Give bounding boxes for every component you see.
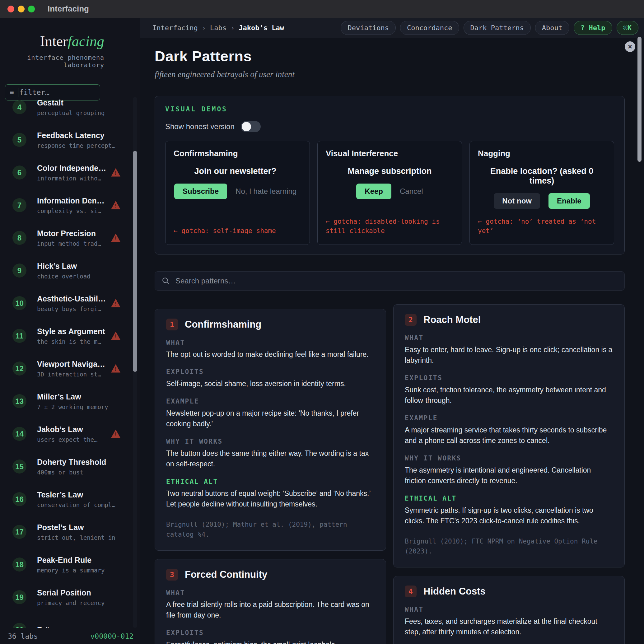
nav-button-deviations[interactable]: Deviations [341, 21, 395, 35]
sidebar-item-color-independe[interactable]: 6Color Independe…information witho… [0, 156, 140, 189]
sidebar-item-jakob-s-law[interactable]: 14Jakob’s Lawusers expect the… [0, 418, 140, 450]
filter-lines-icon: ≡ [10, 88, 14, 97]
search-input[interactable]: Search patterns… [155, 271, 625, 291]
sidebar-item-motor-precision[interactable]: 8Motor Precisioninput method trad… [0, 222, 140, 254]
demo-button-enable[interactable]: Enable [548, 193, 590, 209]
section-body: The asymmetry is intentional and enginee… [405, 465, 613, 486]
sidebar-item-pr-gnanz[interactable]: 20Prägnanz [0, 614, 140, 628]
demo-button-no-i-hate-learning[interactable]: No, I hate learning [236, 187, 296, 196]
lab-number-badge: 16 [12, 492, 26, 506]
pattern-number-badge: 4 [405, 586, 417, 597]
sidebar-item-doherty-threshold[interactable]: 15Doherty Threshold400ms or bust [0, 450, 140, 483]
lab-number-badge: 13 [12, 394, 26, 408]
sidebar-item-postel-s-law[interactable]: 17Postel’s Lawstrict out, lenient in [0, 516, 140, 548]
lab-number-badge: 8 [12, 231, 26, 245]
honest-version-toggle[interactable] [241, 121, 261, 132]
lab-texts: Motor Precisioninput method trad… [37, 229, 101, 247]
main-scrollbar-thumb[interactable] [637, 37, 642, 162]
pattern-title: Forced Continuity [185, 569, 267, 580]
lab-title: Miller’s Law [37, 392, 108, 401]
section-label-what: WHAT [166, 339, 375, 346]
traffic-light-close[interactable] [7, 6, 14, 12]
pattern-card-forced-continuity: 3Forced ContinuityWHATA free trial silen… [155, 559, 386, 644]
sidebar-scrollbar-thumb[interactable] [133, 151, 137, 372]
sidebar-item-aesthetic-usabil[interactable]: 10Aesthetic-Usabil…beauty buys forgi… [0, 287, 140, 320]
demo-button-keep[interactable]: Keep [356, 184, 391, 199]
lab-number-badge: 4 [12, 100, 26, 114]
sidebar-item-viewport-naviga[interactable]: 12Viewport Naviga…3D interaction st… [0, 352, 140, 385]
breadcrumb-item-labs[interactable]: Labs [210, 24, 226, 32]
nav-button-about[interactable]: About [535, 21, 569, 35]
pattern-card-confirmshaming: 1ConfirmshamingWHATThe opt-out is worded… [155, 309, 386, 551]
lab-number-badge: 5 [12, 133, 26, 147]
sidebar: Interfacing interface phenomena laborato… [0, 18, 140, 644]
breadcrumb-item-jakob-s-law: Jakob’s Law [239, 24, 284, 32]
pattern-card-header: 4Hidden Costs [405, 586, 613, 597]
window-title: Interfacing [48, 4, 89, 14]
section-body: Easy to enter, hard to leave. Sign-up is… [405, 344, 613, 366]
demo-card-nagging: NaggingEnable location? (asked 0 times)N… [469, 141, 614, 245]
lab-title: Serial Position [37, 588, 105, 597]
sidebar-item-hick-s-law[interactable]: 9Hick’s Lawchoice overload [0, 254, 140, 287]
lab-texts: Serial Positionprimacy and recency [37, 588, 105, 606]
section-label-example: EXAMPLE [166, 398, 375, 405]
lab-texts: Aesthetic-Usabil…beauty buys forgi… [37, 294, 106, 312]
nav-button-dark-patterns[interactable]: Dark Patterns [464, 21, 531, 35]
lab-number-badge: 7 [12, 198, 26, 212]
breadcrumb-item-interfacing[interactable]: Interfacing [152, 24, 198, 32]
sidebar-item-serial-position[interactable]: 19Serial Positionprimacy and recency [0, 581, 140, 614]
lab-subtitle: choice overload [37, 273, 91, 280]
nav-button-concordance[interactable]: Concordance [400, 21, 459, 35]
sidebar-item-miller-s-law[interactable]: 13Miller’s Law7 ± 2 working memory [0, 385, 140, 418]
pattern-number-badge: 3 [166, 569, 178, 581]
lab-number-badge: 11 [12, 329, 26, 343]
traffic-light-zoom[interactable] [28, 6, 35, 12]
lab-subtitle: conservation of compl… [37, 502, 115, 508]
nav-button-k[interactable]: ⌘K [617, 21, 639, 35]
gotcha-note: ← gotcha: disabled-looking is still clic… [326, 209, 454, 236]
lab-title: Style as Argument [37, 327, 105, 336]
section-body: Two neutral buttons of equal weight: ‘Su… [166, 488, 375, 510]
warning-icon [111, 332, 120, 340]
page-content: × Dark Patterns fifteen engineered betra… [140, 38, 644, 644]
honest-toggle-row: Show honest version [165, 121, 614, 132]
section-label-why-it-works: WHY IT WORKS [166, 438, 375, 445]
sidebar-item-style-as-argument[interactable]: 11Style as Argumentthe skin is the m… [0, 320, 140, 352]
top-nav: Interfacing›Labs›Jakob’s Law DeviationsC… [140, 18, 644, 38]
pattern-title: Hidden Costs [423, 586, 486, 597]
pattern-title: Roach Motel [423, 314, 481, 325]
lab-texts: Doherty Threshold400ms or bust [37, 458, 106, 476]
demo-card-confirmshaming: ConfirmshamingJoin our newsletter?Subscr… [165, 141, 310, 245]
lab-texts: Jakob’s Lawusers expect the… [37, 425, 97, 443]
demo-button-not-now[interactable]: Not now [494, 193, 540, 209]
lab-subtitle: users expect the… [37, 436, 97, 443]
lab-list-viewport: 4Gestaltperceptual grouping5Feedback Lat… [0, 97, 140, 628]
sidebar-item-tesler-s-law[interactable]: 16Tesler’s Lawconservation of compl… [0, 483, 140, 516]
section-label-what: WHAT [405, 606, 613, 613]
pattern-column-left: 1ConfirmshamingWHATThe opt-out is worded… [155, 309, 386, 644]
page-subtitle: fifteen engineered betrayals of user int… [155, 70, 625, 79]
section-body: A free trial silently rolls into a paid … [166, 599, 375, 621]
pattern-card-header: 1Confirmshaming [166, 319, 375, 330]
lab-title: Information Den… [37, 196, 105, 205]
lab-number-badge: 18 [12, 558, 26, 572]
section-body: Forgetfulness, optimism bias, the small-… [166, 639, 375, 644]
section-label-exploits: EXPLOITS [166, 629, 375, 637]
demo-prompt: Join our newsletter? [174, 166, 296, 176]
pattern-card-hidden-costs: 4Hidden CostsWHATFees, taxes, and surcha… [393, 576, 625, 644]
traffic-light-minimize[interactable] [18, 6, 25, 12]
close-panel-button[interactable]: × [625, 41, 635, 52]
sidebar-item-gestalt[interactable]: 4Gestaltperceptual grouping [0, 97, 140, 124]
pattern-card-header: 3Forced Continuity [166, 569, 375, 581]
demo-prompt: Enable location? (asked 0 times) [478, 166, 606, 186]
search-placeholder: Search patterns… [175, 277, 236, 285]
sidebar-item-information-den[interactable]: 7Information Den…complexity vs. si… [0, 189, 140, 222]
nav-button-help[interactable]: ? Help [574, 21, 612, 35]
sidebar-item-feedback-latency[interactable]: 5Feedback Latencyresponse time percept… [0, 124, 140, 156]
lab-title: Motor Precision [37, 229, 101, 238]
lab-title: Feedback Latency [37, 131, 115, 140]
lab-subtitle: input method trad… [37, 240, 101, 247]
sidebar-item-peak-end-rule[interactable]: 18Peak-End Rulememory is a summary [0, 548, 140, 581]
demo-button-cancel[interactable]: Cancel [400, 187, 423, 196]
demo-button-subscribe[interactable]: Subscribe [174, 184, 227, 199]
